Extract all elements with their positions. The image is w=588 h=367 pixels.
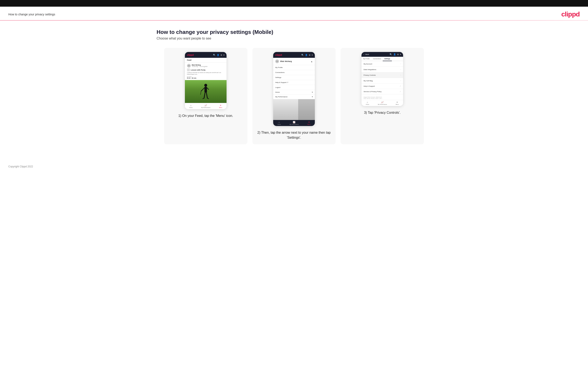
my-golf-bag-label: My Golf Bag — [363, 80, 373, 82]
settings-help-support[interactable]: Help & Support ↗ — [362, 83, 403, 89]
nav3-home-label: Home — [366, 104, 369, 105]
menu-section-home[interactable]: Home ▾ — [273, 90, 315, 95]
chevron-down-icon3: ▾ — [400, 53, 401, 56]
menu-item-help-support[interactable]: Help & Support ↗ — [273, 80, 315, 85]
step-2-card: clippd 🔍 👤 ⊕ ▾ BM Blair McHarg ▲ My Prof… — [252, 48, 336, 144]
menu-item-connections[interactable]: Connections — [273, 70, 315, 75]
nav2-close[interactable]: ✕ Menu — [307, 121, 311, 125]
chart-icon3: 📈 — [381, 101, 383, 103]
post-username: Blair McHarg — [192, 64, 208, 66]
phone3-back-bar: ‹ Back 🔍 👤 ⊕ ▾ — [362, 52, 403, 57]
phone2-bottom-nav: ⌂ Home 📈 My Performance ✕ Menu — [273, 120, 315, 126]
top-bar — [0, 0, 588, 7]
nav-menu[interactable]: ≡ Menu — [219, 104, 222, 108]
page-heading: How to change your privacy settings (Mob… — [156, 29, 432, 35]
nav-home[interactable]: ⌂ Home — [189, 104, 193, 108]
settings-my-account[interactable]: My Account › — [362, 61, 403, 67]
menu-icon3: ≡ — [397, 101, 398, 103]
settings-service-privacy[interactable]: Service & Privacy Policy ↗ — [362, 89, 403, 94]
phone2-icons: 🔍 👤 ⊕ ▾ — [301, 54, 313, 56]
lesson-icon — [187, 68, 190, 71]
chart-icon: 📈 — [205, 104, 207, 107]
nav2-menu-label: Menu — [307, 124, 311, 125]
dropdown-username: Blair McHarg — [280, 60, 292, 62]
performance-nav-label: My Performance — [275, 96, 287, 98]
nav-menu-label: Menu — [219, 107, 222, 108]
nav2-performance[interactable]: 📈 My Performance — [289, 121, 299, 125]
settings-my-golf-bag[interactable]: My Golf Bag › — [362, 78, 403, 83]
nav2-home-label: Home — [277, 124, 281, 125]
nav-home-label: Home — [189, 107, 193, 108]
phone1-icons: 🔍 👤 ⊕ ▾ — [213, 54, 225, 56]
svg-line-5 — [204, 92, 205, 98]
help-support-ext-icon: ↗ — [399, 85, 401, 87]
duration-value: 01 hr : 30 min — [187, 77, 225, 79]
nav3-performance[interactable]: 📈 My Performance — [378, 101, 387, 105]
user-icon2: 👤 — [305, 54, 308, 56]
menu-item-my-profile[interactable]: My Profile — [273, 65, 315, 70]
dropdown-chevron-icon: ▲ — [311, 60, 313, 63]
golf-image — [185, 80, 226, 103]
header-breadcrumb: How to change your privacy settings — [8, 13, 55, 16]
data-integrations-chevron: › — [400, 68, 401, 70]
post-user-info: Blair McHarg Yesterday · Sunningdale — [192, 64, 208, 67]
service-privacy-label: Service & Privacy Policy — [363, 91, 381, 92]
data-integrations-label: Data Integrations — [363, 69, 376, 70]
post-user-sub: Yesterday · Sunningdale — [192, 66, 208, 67]
home-nav-chevron: ▾ — [312, 91, 313, 93]
dropdown-user-row[interactable]: BM Blair McHarg ▲ — [273, 58, 315, 65]
server-version: GQL Server Version: 2022.7.30-1 — [363, 98, 401, 99]
tab-my-profile[interactable]: My Profile — [362, 57, 371, 61]
home-icon2: ⌂ — [279, 121, 280, 123]
close-icon: ✕ — [308, 121, 310, 123]
my-golf-bag-chevron: › — [400, 80, 401, 82]
steps-row: clippd 🔍 👤 ⊕ ▾ Feed BM Blair McHar — [156, 48, 432, 144]
back-label: Back — [365, 53, 369, 55]
nav3-home[interactable]: ⌂ Home — [366, 101, 369, 105]
chevron-down-icon2: ▾ — [312, 54, 313, 56]
nav3-menu[interactable]: ≡ Menu — [396, 101, 399, 105]
step-1-card: clippd 🔍 👤 ⊕ ▾ Feed BM Blair McHar — [164, 48, 247, 144]
nav-performance-label: My Performance — [201, 107, 210, 108]
user-icon: 👤 — [217, 54, 219, 56]
logo: clippd — [561, 10, 580, 18]
tab-connections[interactable]: Connections — [371, 57, 383, 61]
svg-line-4 — [200, 91, 201, 95]
phone2-header: clippd 🔍 👤 ⊕ ▾ — [273, 52, 315, 58]
nav-performance[interactable]: 📈 My Performance — [201, 104, 210, 108]
page-content: How to change your privacy settings (Mob… — [148, 27, 440, 153]
service-privacy-ext-icon: ↗ — [399, 91, 401, 92]
blurred-feed — [273, 99, 315, 120]
menu-section-performance[interactable]: My Performance ▾ — [273, 95, 315, 99]
menu-item-logout[interactable]: Logout — [273, 85, 315, 90]
step-3-phone: ‹ Back 🔍 👤 ⊕ ▾ My Profile Connections Se… — [362, 52, 403, 106]
phone1-feed-label: Feed — [185, 58, 226, 63]
version-info: Clippd Client Version: 2022.8.3-3 GQL Se… — [362, 94, 403, 100]
avatar: BM — [187, 64, 191, 67]
phone3-tabs: My Profile Connections Settings — [362, 57, 403, 61]
nav3-menu-label: Menu — [396, 104, 399, 105]
header: How to change your privacy settings clip… — [0, 7, 588, 20]
home-nav-label: Home — [275, 91, 280, 93]
lesson-row: Lesson with Fordy — [187, 68, 225, 71]
dropdown-avatar: BM — [275, 59, 279, 63]
chart-icon2: 📈 — [293, 121, 295, 123]
phone1-header: clippd 🔍 👤 ⊕ ▾ — [185, 52, 226, 58]
phone1-bottom-nav: ⌂ Home 📈 My Performance ≡ Menu — [185, 103, 226, 109]
privacy-controls-label: Privacy Controls — [363, 74, 376, 76]
menu-item-settings[interactable]: Settings — [273, 75, 315, 80]
back-arrow-icon[interactable]: ‹ — [363, 53, 364, 56]
privacy-controls-chevron: › — [400, 74, 401, 76]
lesson-desc: Looking to feel like my hands are exitin… — [187, 72, 225, 75]
tab-settings[interactable]: Settings — [383, 57, 392, 61]
nav2-home[interactable]: ⌂ Home — [277, 121, 281, 125]
svg-line-2 — [201, 88, 205, 91]
menu-icon: ≡ — [220, 104, 221, 107]
step-3-caption: 3) Tap 'Privacy Controls'. — [364, 110, 401, 115]
settings-data-integrations[interactable]: Data Integrations › — [362, 67, 403, 72]
copyright: Copyright Clippd 2022 — [8, 165, 33, 168]
help-support-label: Help & Support — [363, 85, 375, 87]
settings-privacy-controls[interactable]: Privacy Controls › — [362, 72, 403, 78]
svg-line-3 — [207, 88, 209, 89]
my-account-chevron: › — [400, 63, 401, 65]
